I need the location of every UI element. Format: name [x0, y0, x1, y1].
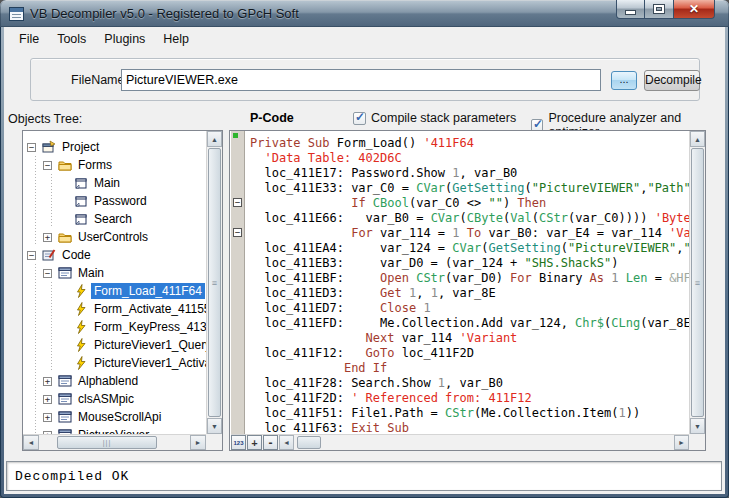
tree-vscroll-thumb[interactable]: ≡: [208, 148, 221, 417]
tree-item-label: UserControls: [75, 229, 151, 245]
form-icon: [74, 194, 91, 208]
scroll-right-icon[interactable]: ►: [190, 435, 206, 450]
tree-hscroll-thumb[interactable]: |||: [57, 436, 157, 449]
minimize-icon: [626, 11, 635, 14]
menu-file[interactable]: File: [10, 29, 48, 49]
code-line: loc_411E33: var_C0 = CVar(GetSetting("Pi…: [250, 181, 689, 196]
tree-item[interactable]: Password: [27, 192, 206, 210]
code-vscroll-thumb[interactable]: ≡: [691, 148, 704, 417]
code-line: loc_411E17: Password.Show 1, var_B0: [250, 166, 689, 181]
menu-plugins[interactable]: Plugins: [95, 29, 154, 49]
fold-collapse-icon[interactable]: −: [233, 198, 242, 207]
tree-item[interactable]: Main: [27, 174, 206, 192]
expand-expander-icon[interactable]: +: [43, 413, 52, 422]
compile-stack-checkbox-row: Compile stack parameters: [353, 111, 516, 125]
close-button[interactable]: ✕: [673, 0, 715, 19]
collapse-expander-icon[interactable]: −: [43, 269, 52, 278]
menu-help[interactable]: Help: [154, 29, 198, 49]
maximize-button[interactable]: [645, 0, 673, 19]
tree-item[interactable]: −Forms: [27, 156, 206, 174]
tree-item-label: Alphablend: [75, 373, 141, 389]
code-line: If CBool(var_C0 <> "") Then: [250, 196, 689, 211]
event-icon: [74, 302, 91, 316]
tree-item[interactable]: PictureViever1_Activa: [27, 354, 206, 372]
code-line: End If: [250, 361, 689, 376]
code-icon: [42, 248, 59, 262]
code-gutter[interactable]: −−: [231, 131, 245, 434]
filename-label: FileName:: [71, 73, 128, 87]
tree-item-label: Form_Activate_41155: [91, 301, 206, 317]
tree-item[interactable]: +UserControls: [27, 228, 206, 246]
collapse-expander-icon[interactable]: −: [43, 161, 52, 170]
scroll-up-icon[interactable]: ▲: [690, 131, 705, 147]
title-bar[interactable]: VB Decompiler v5.0 - Registered to GPcH …: [0, 0, 729, 27]
tree-item[interactable]: +MouseScrollApi: [27, 408, 206, 426]
tree-vertical-scrollbar[interactable]: ▲ ≡ ▼: [206, 131, 222, 434]
collapse-expander-icon[interactable]: −: [27, 251, 36, 260]
fold-collapse-icon[interactable]: −: [233, 228, 242, 237]
tree-item[interactable]: +PictureViever: [27, 426, 206, 434]
caption-buttons: ✕: [616, 0, 715, 19]
code-vertical-scrollbar[interactable]: ▲ ≡ ▼: [689, 131, 705, 434]
tree-item[interactable]: Form_KeyPress_413E1: [27, 318, 206, 336]
app-window: VB Decompiler v5.0 - Registered to GPcH …: [0, 0, 729, 498]
scroll-down-icon[interactable]: ▼: [207, 418, 222, 434]
folder-icon: [58, 158, 75, 172]
tree-scrollbar-corner: [206, 434, 222, 450]
tree-item[interactable]: PictureViever1_Query: [27, 336, 206, 354]
code-line: loc_411F51: File1.Path = CStr(Me.Collect…: [250, 406, 689, 421]
browse-button[interactable]: ...: [611, 71, 637, 90]
filename-input[interactable]: [121, 69, 601, 91]
tree-item[interactable]: Form_Activate_41155: [27, 300, 206, 318]
tree-item[interactable]: +clsASMpic: [27, 390, 206, 408]
minimize-button[interactable]: [616, 0, 645, 19]
tree-item-label: MouseScrollApi: [75, 409, 164, 425]
expand-expander-icon[interactable]: +: [43, 233, 52, 242]
tree-item-label: Form_Load_411F64: [91, 283, 205, 299]
tree-item[interactable]: Search: [27, 210, 206, 228]
module-icon: [58, 392, 75, 406]
tree-item[interactable]: −Code: [27, 246, 206, 264]
tree-item-label: Main: [91, 175, 123, 191]
line-numbers-button[interactable]: 123: [231, 435, 246, 450]
form-icon: [74, 176, 91, 190]
expand-expander-icon[interactable]: +: [43, 377, 52, 386]
code-line: loc_411ED7: Close 1: [250, 301, 689, 316]
collapse-all-button[interactable]: -: [263, 435, 278, 450]
expand-all-button[interactable]: +: [247, 435, 262, 450]
code-line: Private Sub Form_Load() '411F64: [250, 136, 689, 151]
pcode-label: P-Code: [250, 111, 294, 125]
client-area: File Tools Plugins Help FileName: ... De…: [4, 27, 725, 494]
tree-item[interactable]: −Main: [27, 264, 206, 282]
scroll-up-icon[interactable]: ▲: [207, 131, 222, 147]
tree-horizontal-scrollbar[interactable]: ◄ ||| ►: [23, 434, 206, 450]
tree-item-label: Password: [91, 193, 150, 209]
code-line: For var_114 = 1 To var_B0: var_E4 = var_…: [250, 226, 689, 241]
window-title: VB Decompiler v5.0 - Registered to GPcH …: [30, 6, 299, 21]
compile-stack-checkbox[interactable]: [353, 112, 366, 125]
expand-expander-icon[interactable]: +: [43, 395, 52, 404]
code-line: loc_411ED3: Get 1, 1, var_8E: [250, 286, 689, 301]
code-hscroll-thumb[interactable]: [297, 436, 321, 449]
app-icon: [9, 7, 24, 21]
code-content[interactable]: Private Sub Form_Load() '411F64 'Data Ta…: [247, 131, 689, 434]
tree-item[interactable]: Form_Load_411F64: [27, 282, 206, 300]
menu-tools[interactable]: Tools: [48, 29, 95, 49]
code-scrollbar-corner: [689, 434, 705, 450]
tree-item-label: PictureViever1_Activa: [91, 355, 206, 371]
tree-item[interactable]: +Alphablend: [27, 372, 206, 390]
decompile-button[interactable]: Decompile: [644, 70, 700, 91]
scroll-left-icon[interactable]: ◄: [279, 435, 294, 450]
objects-tree-label: Objects Tree:: [8, 112, 82, 126]
code-panel: −− Private Sub Form_Load() '411F64 'Data…: [229, 130, 706, 451]
code-horizontal-scrollbar[interactable]: ◄ ►: [279, 435, 689, 450]
code-line: loc_411EBF: Open CStr(var_D0) For Binary…: [250, 271, 689, 286]
scroll-down-icon[interactable]: ▼: [690, 418, 705, 434]
objects-tree-content[interactable]: −Project−FormsMainPasswordSearch+UserCon…: [24, 131, 206, 434]
event-icon: [74, 338, 91, 352]
collapse-expander-icon[interactable]: −: [27, 143, 36, 152]
scroll-left-icon[interactable]: ◄: [23, 435, 39, 450]
scroll-right-icon[interactable]: ►: [674, 435, 689, 450]
code-line: 'Data Table: 402D6C: [250, 151, 689, 166]
tree-item[interactable]: −Project: [27, 138, 206, 156]
